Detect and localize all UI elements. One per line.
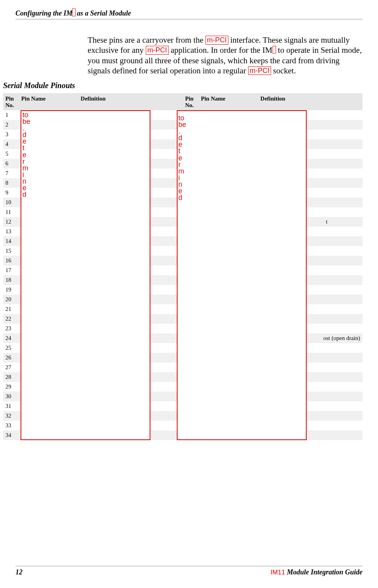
footer-guide: IM11 Module Integration Guide [271,568,362,576]
tbd-label-left: tobe. determined [22,112,30,198]
cell-pin-no: 3 [3,130,19,139]
cell-pin-no: 14 [3,236,19,246]
cell-pin-no: 26 [3,353,19,363]
cell-pin-no: 16 [3,256,19,265]
cell-pin-no: 33 [3,421,19,430]
cell-pin-no: 27 [3,363,19,372]
para-text-5: socket. [271,66,296,75]
footer: 12 IM11 Module Integration Guide [0,566,378,576]
footer-divider [16,566,362,566]
cell-pin-no: 25 [3,343,19,353]
cell-pin-no: 23 [3,324,19,333]
cell-pin-no: 24 [3,333,19,343]
cell-pin-no: 4 [3,139,19,149]
cell-pin-no: 18 [3,275,19,285]
cell-pin-no: 34 [3,430,19,440]
cell-pin-no: 5 [3,149,19,159]
cell-pin-no: 30 [3,392,19,401]
footer-im11: IM11 [271,569,285,576]
cell-pin-no: 29 [3,382,19,392]
im-redbox-icon [273,46,276,54]
para-text-3: application. In order for the IM [169,45,273,55]
section-heading: Serial Module Pinouts [3,81,378,90]
th-pin-no-left: Pin No. [3,93,19,110]
cell-pin-no: 13 [3,227,19,236]
th-definition-right: Definition [258,93,362,110]
cell-pin-no: 20 [3,295,19,304]
mpci-label-1: m-PCI [205,36,228,45]
th-pin-name-right: Pin Name [198,93,258,110]
cell-pin-no: 9 [3,188,19,198]
header-divider [16,19,362,19]
cell-pin-no: 12 [3,217,19,227]
header-prefix: Configuring the IM [16,9,72,17]
cell-pin-no: 1 [3,110,19,120]
cell-pin-no: 17 [3,265,19,275]
redaction-overlay-left [21,110,150,440]
redaction-overlay-right [177,110,307,440]
cell-pin-no: 11 [3,207,19,217]
page-number: 12 [16,568,22,576]
cell-pin-no: 2 [3,120,19,130]
cell-pin-no: 6 [3,159,19,168]
cell-pin-no: 8 [3,178,19,188]
th-definition-left: Definition [78,93,183,110]
mpci-label-3: m-PCI [248,66,271,75]
pinout-table-wrap: Pin No. Pin Name Definition Pin No. Pin … [3,93,362,440]
th-pin-name-left: Pin Name [19,93,78,110]
mpci-label-2: m-PCI [146,46,169,55]
footer-guide-text: Module Integration Guide [285,568,362,576]
header-suffix: as a Serial Module [75,9,131,17]
body-paragraph: These pins are a carryover from the m-PC… [88,35,362,76]
th-pin-no-right: Pin No. [183,93,198,110]
cell-pin-no: 19 [3,285,19,295]
tbd-label-right: tobe. determined [178,115,186,201]
cell-pin-no: 21 [3,304,19,314]
cell-pin-no: 28 [3,372,19,382]
cell-pin-no: 7 [3,168,19,178]
para-text-1: These pins are a carryover from the [88,35,205,45]
running-header: Configuring the IM as a Serial Module [0,0,378,17]
table-header-row: Pin No. Pin Name Definition Pin No. Pin … [3,93,362,110]
cell-pin-no: 15 [3,246,19,256]
cell-pin-no: 22 [3,314,19,324]
cell-pin-no: 32 [3,411,19,421]
cell-pin-no: 10 [3,198,19,207]
cell-pin-no: 31 [3,401,19,411]
